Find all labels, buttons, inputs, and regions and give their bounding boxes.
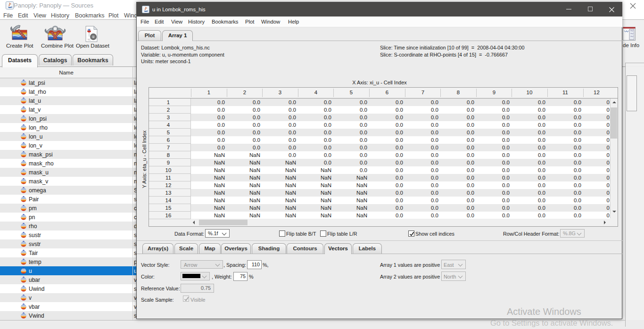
svg-text:NC: NC bbox=[88, 39, 91, 41]
